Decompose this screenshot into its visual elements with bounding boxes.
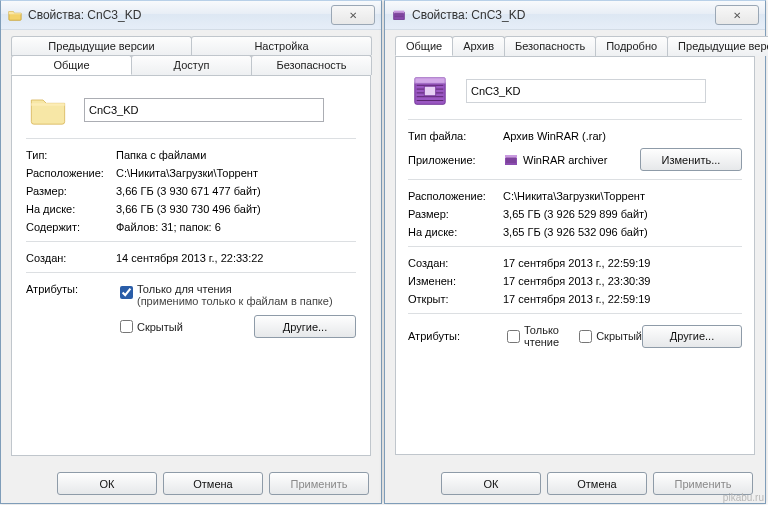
svg-rect-1 [394, 11, 405, 14]
tab-archive[interactable]: Архив [452, 36, 505, 56]
value-filetype: Архив WinRAR (.rar) [503, 130, 606, 142]
dialog-body: Предыдущие версии Настройка Общие Доступ… [1, 30, 381, 464]
value-size: 3,65 ГБ (3 926 529 899 байт) [503, 208, 648, 220]
ok-button[interactable]: ОК [57, 472, 157, 495]
tab-row-lower: Общие Доступ Безопасность [11, 55, 371, 76]
change-app-button[interactable]: Изменить... [640, 148, 742, 171]
checkbox-hidden[interactable] [579, 330, 592, 343]
label-size: Размер: [408, 208, 503, 220]
watermark: pikabu.ru [723, 492, 764, 503]
value-ondisk: 3,66 ГБ (3 930 730 496 байт) [116, 203, 261, 215]
tab-security[interactable]: Безопасность [251, 55, 372, 75]
label-app: Приложение: [408, 154, 503, 166]
label-ondisk: На диске: [408, 226, 503, 238]
tab-page-general: Тип файла:Архив WinRAR (.rar) Приложение… [395, 57, 755, 455]
advanced-button[interactable]: Другие... [254, 315, 356, 338]
label-modified: Изменен: [408, 275, 503, 287]
value-ondisk: 3,65 ГБ (3 926 532 096 байт) [503, 226, 648, 238]
cancel-button[interactable]: Отмена [163, 472, 263, 495]
label-created: Создан: [26, 252, 116, 264]
value-location: C:\Никита\Загрузки\Торрент [503, 190, 645, 202]
readonly-note: (применимо только к файлам в папке) [137, 295, 333, 307]
tab-access[interactable]: Доступ [131, 55, 252, 75]
svg-rect-3 [415, 78, 445, 84]
value-type: Папка с файлами [116, 149, 206, 161]
close-icon: ✕ [349, 10, 357, 21]
winrar-mini-icon [503, 152, 519, 168]
label-ondisk: На диске: [26, 203, 116, 215]
label-filetype: Тип файла: [408, 130, 503, 142]
value-location: C:\Никита\Загрузки\Торрент [116, 167, 258, 179]
apply-button[interactable]: Применить [269, 472, 369, 495]
readonly-label: Только для чтения [137, 283, 232, 295]
label-location: Расположение: [26, 167, 116, 179]
checkbox-readonly[interactable] [120, 286, 133, 299]
name-field[interactable] [84, 98, 324, 122]
svg-rect-4 [424, 86, 435, 96]
value-contains: Файлов: 31; папок: 6 [116, 221, 221, 233]
winrar-icon [391, 7, 407, 23]
readonly-label: Только чтение [524, 324, 567, 348]
value-size: 3,66 ГБ (3 930 671 477 байт) [116, 185, 261, 197]
label-created: Создан: [408, 257, 503, 269]
svg-rect-6 [505, 155, 517, 158]
value-created: 14 сентября 2013 г., 22:33:22 [116, 252, 263, 264]
advanced-button[interactable]: Другие... [642, 325, 742, 348]
label-type: Тип: [26, 149, 116, 161]
tab-general[interactable]: Общие [11, 55, 132, 75]
tab-page-general: Тип:Папка с файлами Расположение:C:\Ники… [11, 76, 371, 456]
value-created: 17 сентября 2013 г., 22:59:19 [503, 257, 650, 269]
checkbox-readonly[interactable] [507, 330, 520, 343]
tab-row: Общие Архив Безопасность Подробно Предыд… [395, 36, 755, 57]
value-accessed: 17 сентября 2013 г., 22:59:19 [503, 293, 650, 305]
close-button[interactable]: ✕ [331, 5, 375, 25]
label-attributes: Атрибуты: [408, 330, 503, 342]
close-button[interactable]: ✕ [715, 5, 759, 25]
tab-details[interactable]: Подробно [595, 36, 668, 56]
label-location: Расположение: [408, 190, 503, 202]
rar-big-icon [408, 71, 452, 111]
folder-icon [7, 7, 23, 23]
ok-button[interactable]: ОК [441, 472, 541, 495]
properties-dialog-archive: Свойства: CnC3_KD ✕ Общие Архив Безопасн… [384, 0, 766, 504]
tab-previous-versions[interactable]: Предыдущие версии [667, 36, 768, 56]
tab-row-upper: Предыдущие версии Настройка [11, 36, 371, 56]
label-accessed: Открыт: [408, 293, 503, 305]
dialog-body: Общие Архив Безопасность Подробно Предыд… [385, 30, 765, 464]
title-text: Свойства: CnC3_KD [412, 8, 715, 22]
tab-settings[interactable]: Настройка [191, 36, 372, 55]
title-text: Свойства: CnC3_KD [28, 8, 331, 22]
dialog-button-bar: ОК Отмена Применить [441, 472, 753, 495]
label-contains: Содержит: [26, 221, 116, 233]
hidden-label: Скрытый [137, 321, 183, 333]
value-modified: 17 сентября 2013 г., 23:30:39 [503, 275, 650, 287]
titlebar[interactable]: Свойства: CnC3_KD ✕ [1, 1, 381, 30]
titlebar[interactable]: Свойства: CnC3_KD ✕ [385, 1, 765, 30]
label-size: Размер: [26, 185, 116, 197]
cancel-button[interactable]: Отмена [547, 472, 647, 495]
close-icon: ✕ [733, 10, 741, 21]
checkbox-hidden[interactable] [120, 320, 133, 333]
hidden-label: Скрытый [596, 330, 642, 342]
label-attributes: Атрибуты: [26, 283, 116, 295]
properties-dialog-folder: Свойства: CnC3_KD ✕ Предыдущие версии На… [0, 0, 382, 504]
value-app: WinRAR archiver [523, 154, 607, 166]
dialog-button-bar: ОК Отмена Применить [57, 472, 369, 495]
folder-big-icon [26, 90, 70, 130]
tab-previous-versions[interactable]: Предыдущие версии [11, 36, 192, 55]
tab-security[interactable]: Безопасность [504, 36, 596, 56]
name-field [466, 79, 706, 103]
tab-general[interactable]: Общие [395, 36, 453, 56]
